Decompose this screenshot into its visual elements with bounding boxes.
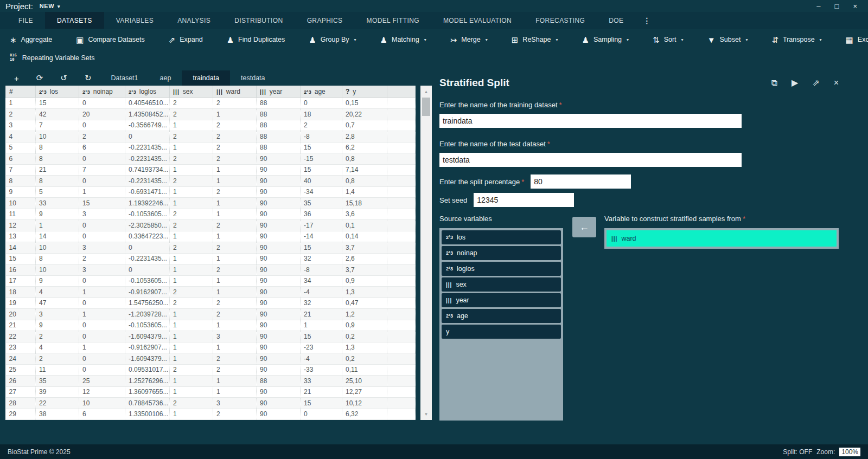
- cell[interactable]: 90: [257, 220, 301, 231]
- column-header-[interactable]: #: [6, 86, 36, 98]
- dataset-tab-dataset1[interactable]: Dataset1: [100, 70, 149, 86]
- cell[interactable]: 2: [213, 309, 257, 320]
- cell[interactable]: 40: [301, 176, 342, 187]
- cell[interactable]: 2: [170, 109, 213, 120]
- cell[interactable]: 15: [301, 398, 342, 409]
- column-header-loglos[interactable]: 2¹3loglos: [125, 86, 170, 98]
- scroll-up-icon[interactable]: ▲: [420, 88, 432, 96]
- cell[interactable]: 1: [213, 275, 257, 287]
- cell[interactable]: 8: [36, 153, 79, 165]
- cell-filler[interactable]: [387, 253, 416, 264]
- cell[interactable]: 90: [257, 209, 301, 220]
- cell[interactable]: 0.09531017...: [125, 364, 170, 376]
- cell[interactable]: 0: [79, 364, 125, 376]
- toolbar-expand[interactable]: ⇗Expand: [169, 36, 203, 44]
- cell[interactable]: 0,11: [342, 364, 387, 376]
- cell[interactable]: 2: [79, 131, 125, 143]
- cell-filler[interactable]: [387, 398, 416, 409]
- cell[interactable]: 22: [6, 331, 36, 342]
- cell[interactable]: 1: [36, 220, 79, 231]
- cell[interactable]: 1: [213, 198, 257, 209]
- cell[interactable]: 25,10: [342, 376, 387, 387]
- cell[interactable]: 4: [36, 287, 79, 298]
- cell[interactable]: 1: [79, 342, 125, 353]
- toolbar-transpose[interactable]: ⇵Transpose▾: [771, 36, 821, 44]
- cell[interactable]: 1: [213, 109, 257, 120]
- tab-distribution[interactable]: DISTRIBUTION: [222, 12, 295, 29]
- cell[interactable]: 2: [301, 120, 342, 131]
- cell[interactable]: 88: [257, 98, 301, 109]
- cell[interactable]: -0.3566749...: [125, 120, 170, 131]
- cell[interactable]: 3: [79, 209, 125, 220]
- zoom-value[interactable]: 100%: [839, 448, 860, 456]
- dataset-tab-aep[interactable]: aep: [149, 70, 182, 86]
- cell[interactable]: 0: [79, 353, 125, 365]
- cell[interactable]: 90: [257, 153, 301, 165]
- cell[interactable]: 2: [170, 220, 213, 231]
- source-variable-loglos[interactable]: 2¹3loglos: [442, 262, 561, 276]
- cell[interactable]: 10,12: [342, 398, 387, 409]
- cell[interactable]: 21: [301, 386, 342, 398]
- cell[interactable]: -8: [301, 131, 342, 143]
- refresh-button[interactable]: ⟳: [28, 70, 52, 86]
- cell[interactable]: 0: [79, 331, 125, 342]
- cell[interactable]: 90: [257, 253, 301, 264]
- cell[interactable]: 7: [79, 164, 125, 176]
- cell[interactable]: 15: [301, 331, 342, 342]
- cell[interactable]: 8: [36, 142, 79, 153]
- run-icon[interactable]: ▶: [792, 79, 798, 87]
- cell[interactable]: 1: [170, 164, 213, 176]
- cell-filler[interactable]: [387, 287, 416, 298]
- cell-filler[interactable]: [387, 309, 416, 320]
- cell[interactable]: 18: [6, 287, 36, 298]
- cell[interactable]: 29: [6, 409, 36, 420]
- cell[interactable]: 15: [301, 242, 342, 254]
- source-variable-los[interactable]: 2¹3los: [442, 230, 561, 244]
- cell[interactable]: 1: [213, 320, 257, 331]
- tab-analysis[interactable]: ANALYSIS: [165, 12, 222, 29]
- cell-filler[interactable]: [387, 98, 416, 109]
- cell[interactable]: 1: [170, 409, 213, 420]
- cell[interactable]: 9: [6, 186, 36, 198]
- cell[interactable]: 1.33500106...: [125, 409, 170, 420]
- cell[interactable]: 2: [213, 220, 257, 231]
- cell[interactable]: -8: [301, 264, 342, 276]
- column-header-age[interactable]: 2¹3age: [301, 86, 342, 98]
- cell[interactable]: 2: [170, 209, 213, 220]
- cell[interactable]: 5: [36, 186, 79, 198]
- cell[interactable]: 5: [6, 142, 36, 153]
- cell[interactable]: 0: [79, 176, 125, 187]
- cell[interactable]: 0.33647223...: [125, 231, 170, 242]
- cell[interactable]: 90: [257, 287, 301, 298]
- cell[interactable]: 1: [170, 320, 213, 331]
- column-header-los[interactable]: 2¹3los: [36, 86, 79, 98]
- cell[interactable]: 13: [6, 231, 36, 242]
- cell[interactable]: 3: [213, 331, 257, 342]
- cell[interactable]: 0,47: [342, 298, 387, 309]
- dataset-tab-traindata[interactable]: traindata: [182, 70, 230, 86]
- cell[interactable]: 1: [213, 176, 257, 187]
- cell[interactable]: 11: [36, 364, 79, 376]
- close-icon[interactable]: ×: [853, 3, 857, 10]
- cell[interactable]: -0.2231435...: [125, 253, 170, 264]
- cell[interactable]: 7: [36, 120, 79, 131]
- cell[interactable]: 0: [125, 242, 170, 254]
- cell[interactable]: 0,2: [342, 331, 387, 342]
- cell[interactable]: 20: [6, 309, 36, 320]
- vertical-scrollbar[interactable]: ▲ ▼: [420, 86, 432, 420]
- cell[interactable]: 90: [257, 231, 301, 242]
- cell[interactable]: 25: [79, 376, 125, 387]
- cell[interactable]: 0: [125, 131, 170, 143]
- tab-datasets[interactable]: DATASETS: [45, 12, 104, 29]
- cell[interactable]: 2: [213, 298, 257, 309]
- cell[interactable]: 1: [170, 120, 213, 131]
- cell[interactable]: -23: [301, 342, 342, 353]
- cell[interactable]: 90: [257, 409, 301, 420]
- cell[interactable]: 2: [213, 409, 257, 420]
- cell[interactable]: 4: [36, 342, 79, 353]
- tab-model-fitting[interactable]: MODEL FITTING: [355, 12, 431, 29]
- cell[interactable]: 1.43508452...: [125, 109, 170, 120]
- cell[interactable]: 10: [36, 242, 79, 254]
- cell[interactable]: 1: [213, 342, 257, 353]
- cell[interactable]: 0: [79, 231, 125, 242]
